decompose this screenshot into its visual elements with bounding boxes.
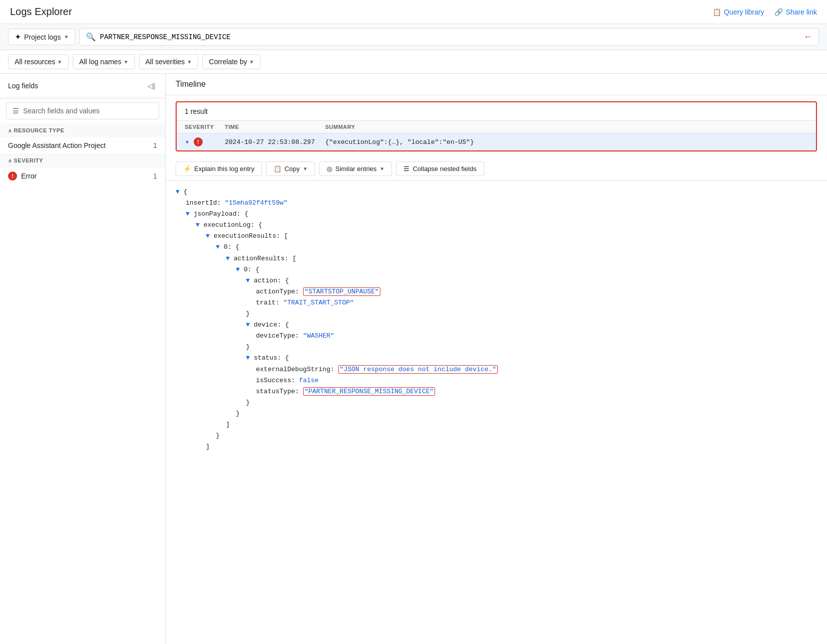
explain-icon: ⚡: [183, 165, 191, 173]
log-line: ▼ executionLog: {: [196, 220, 817, 231]
log-line: deviceType: "WASHER": [256, 331, 817, 342]
explain-button[interactable]: ⚡ Explain this log entry: [176, 162, 262, 176]
results-table-header: SEVERITY TIME SUMMARY: [177, 121, 816, 133]
results-container: 1 result SEVERITY TIME SUMMARY ▼ ! 2024-…: [176, 101, 817, 151]
link-icon: 🔗: [774, 8, 783, 16]
search-fields-input[interactable]: ☰ Search fields and values: [6, 102, 159, 119]
copy-icon: 📋: [273, 165, 282, 173]
error-badge: ! Error: [8, 172, 37, 181]
severity-section: ∧ SEVERITY: [0, 153, 165, 168]
row-summary: {"executionLog":{…}, "locale":"en-US"}: [325, 138, 808, 146]
search-icon: 🔍: [86, 32, 96, 42]
timeline-header: Timeline: [166, 74, 827, 95]
log-line: }: [246, 342, 817, 353]
expand-icon[interactable]: ▼: [176, 188, 180, 196]
log-line: ▼ executionResults: [: [206, 231, 817, 242]
sidebar-header: Log fields ◁|: [0, 74, 165, 98]
app-title: Logs Explorer: [10, 6, 72, 18]
log-line: insertId: "15mha92f4ft59w": [186, 198, 817, 209]
content-area: Timeline 1 result SEVERITY TIME SUMMARY …: [166, 74, 827, 644]
log-names-chevron-icon: ▼: [123, 59, 128, 65]
log-line: ▼ {: [176, 187, 817, 198]
resource-item[interactable]: Google Assistant Action Project 1: [0, 137, 165, 153]
similar-entries-button[interactable]: ◎ Similar entries ▼: [319, 162, 392, 176]
row-timestamp: 2024-10-27 22:53:08.297: [225, 138, 325, 146]
log-line: ]: [226, 419, 817, 430]
log-line-actiontype: actionType: "STARTSTOP_UNPAUSE": [256, 286, 817, 297]
results-count: 1 result: [177, 102, 816, 121]
resource-type-toggle[interactable]: ∧: [8, 128, 12, 133]
project-chevron-icon: ▼: [64, 34, 69, 40]
row-severity: ▼ !: [185, 137, 225, 146]
search-input[interactable]: [100, 33, 795, 41]
action-bar: ⚡ Explain this log entry 📋 Copy ▼ ◎ Simi…: [166, 157, 827, 181]
log-line: }: [236, 408, 817, 419]
expand-icon[interactable]: ▼: [246, 354, 250, 362]
log-line: ▼ jsonPayload: {: [186, 209, 817, 220]
app-header: Logs Explorer 📋 Query library 🔗 Share li…: [0, 0, 827, 24]
severity-error-item[interactable]: ! Error 1: [0, 168, 165, 185]
collapse-sidebar-button[interactable]: ◁|: [146, 80, 157, 92]
row-error-icon: !: [194, 137, 203, 146]
expand-icon[interactable]: ▼: [246, 277, 250, 284]
resource-type-section: ∧ RESOURCE TYPE: [0, 123, 165, 137]
header-actions: 📋 Query library 🔗 Share link: [713, 8, 817, 16]
book-icon: 📋: [713, 8, 721, 16]
log-line: ▼ action: {: [246, 275, 817, 286]
result-row[interactable]: ▼ ! 2024-10-27 22:53:08.297 {"executionL…: [177, 133, 816, 150]
main-layout: Log fields ◁| ☰ Search fields and values…: [0, 74, 827, 644]
log-line-statustype: statusType: "PARTNER_RESPONSE_MISSING_DE…: [256, 386, 817, 397]
col-time-header: TIME: [225, 124, 325, 130]
row-expand-icon[interactable]: ▼: [185, 139, 190, 145]
log-line: ]: [206, 441, 817, 452]
log-line-external-debug: externalDebugString: "JSON response does…: [256, 364, 817, 375]
log-line: isSuccess: false: [256, 375, 817, 386]
expand-icon[interactable]: ▼: [196, 221, 200, 229]
project-icon: ✦: [15, 32, 21, 42]
sidebar-title: Log fields: [8, 82, 38, 90]
log-line: trait: "TRAIT_START_STOP": [256, 297, 817, 308]
col-severity-header: SEVERITY: [185, 124, 225, 130]
expand-icon[interactable]: ▼: [236, 266, 240, 273]
resources-filter[interactable]: All resources ▼: [8, 54, 69, 69]
filter-icon: ☰: [13, 107, 19, 115]
expand-icon[interactable]: ▼: [226, 255, 230, 262]
log-line: }: [216, 430, 817, 441]
sidebar: Log fields ◁| ☰ Search fields and values…: [0, 74, 166, 644]
expand-icon[interactable]: ▼: [246, 321, 250, 329]
collapse-nested-button[interactable]: ☰ Collapse nested fields: [396, 162, 484, 176]
log-line: ▼ actionResults: [: [226, 253, 817, 264]
expand-icon[interactable]: ▼: [186, 210, 190, 218]
log-line: ▼ status: {: [246, 353, 817, 364]
copy-chevron-icon: ▼: [303, 166, 308, 172]
col-summary-header: SUMMARY: [325, 124, 808, 130]
expand-icon[interactable]: ▼: [206, 232, 210, 240]
project-selector[interactable]: ✦ Project logs ▼: [8, 29, 75, 45]
similar-icon: ◎: [327, 165, 332, 173]
expand-icon[interactable]: ▼: [216, 243, 220, 251]
log-line: ▼ 0: {: [216, 242, 817, 253]
log-names-filter[interactable]: All log names ▼: [73, 54, 135, 69]
log-line: ▼ device: {: [246, 319, 817, 331]
similar-chevron-icon: ▼: [380, 166, 385, 172]
correlate-chevron-icon: ▼: [249, 59, 254, 65]
log-line: ▼ 0: {: [236, 264, 817, 275]
log-line: }: [246, 308, 817, 319]
query-library-button[interactable]: 📋 Query library: [713, 8, 764, 16]
correlate-filter[interactable]: Correlate by ▼: [202, 54, 260, 69]
log-line: }: [246, 397, 817, 408]
log-viewer: ▼ { insertId: "15mha92f4ft59w" ▼ jsonPay…: [166, 181, 827, 644]
severities-chevron-icon: ▼: [187, 59, 192, 65]
toolbar: ✦ Project logs ▼ 🔍 ←: [0, 24, 827, 50]
arrow-indicator: ←: [803, 32, 812, 42]
severities-filter[interactable]: All severities ▼: [139, 54, 199, 69]
resources-chevron-icon: ▼: [57, 59, 62, 65]
share-link-button[interactable]: 🔗 Share link: [774, 8, 817, 16]
filter-bar: All resources ▼ All log names ▼ All seve…: [0, 50, 827, 74]
search-bar[interactable]: 🔍 ←: [79, 28, 819, 46]
error-icon: !: [8, 172, 17, 181]
collapse-icon: ☰: [403, 165, 409, 173]
severity-toggle[interactable]: ∧: [8, 158, 12, 164]
copy-button[interactable]: 📋 Copy ▼: [266, 162, 315, 176]
